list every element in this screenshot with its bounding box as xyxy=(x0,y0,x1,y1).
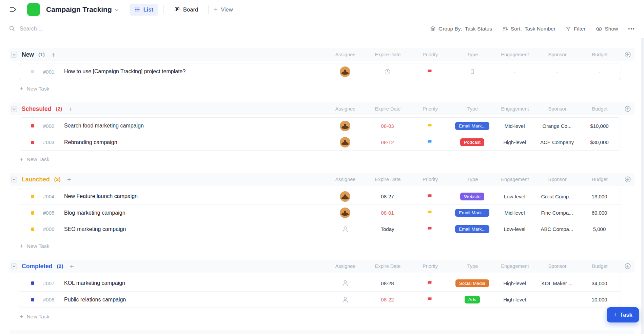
add-column-icon[interactable] xyxy=(624,105,631,112)
tab-list[interactable]: List xyxy=(130,4,158,16)
column-header-expire-date[interactable]: Expire Date xyxy=(367,177,409,182)
engagement-cell[interactable]: High-level xyxy=(493,139,536,145)
expire-date-cell[interactable]: 08-12 xyxy=(366,139,409,145)
column-header-assignee[interactable]: Assignee xyxy=(324,52,367,57)
add-task-to-group-button[interactable]: + xyxy=(70,263,74,270)
task-row[interactable]: #003 Rebranding campaign 08-12 Podcast H… xyxy=(19,134,621,150)
engagement-cell[interactable]: Low-level xyxy=(493,194,536,199)
expire-date-cell[interactable]: 08-22 xyxy=(366,297,409,302)
budget-cell[interactable]: - xyxy=(578,69,621,75)
priority-cell[interactable] xyxy=(409,226,451,232)
type-cell[interactable]: Social Media xyxy=(451,279,493,287)
list-color-badge[interactable] xyxy=(27,3,40,16)
column-header-expire-date[interactable]: Expire Date xyxy=(367,106,409,112)
assignee-cell[interactable] xyxy=(324,66,366,77)
column-header-type[interactable]: Type xyxy=(451,177,494,182)
budget-cell[interactable]: 60,000 xyxy=(578,210,621,216)
add-task-to-group-button[interactable]: + xyxy=(51,51,55,58)
assignee-cell[interactable] xyxy=(324,191,366,202)
column-header-sponsor[interactable]: Sponsor xyxy=(536,263,579,269)
column-header-budget[interactable]: Budget xyxy=(579,52,621,57)
assignee-cell[interactable] xyxy=(324,225,366,233)
column-header-expire-date[interactable]: Expire Date xyxy=(367,263,409,269)
priority-cell[interactable] xyxy=(409,69,451,75)
new-task-button[interactable]: + New Task xyxy=(20,240,49,252)
column-header-assignee[interactable]: Assignee xyxy=(324,263,367,269)
engagement-cell[interactable]: Low-level xyxy=(493,226,536,232)
collapse-group-icon[interactable] xyxy=(11,52,17,58)
add-column-icon[interactable] xyxy=(624,263,631,270)
task-name[interactable]: Rebranding campaign xyxy=(64,139,117,145)
column-header-sponsor[interactable]: Sponsor xyxy=(536,52,579,57)
priority-cell[interactable] xyxy=(409,194,451,199)
task-row[interactable]: #006 SEO marketing campaign Today Email … xyxy=(19,221,621,237)
column-header-priority[interactable]: Priority xyxy=(409,106,451,112)
priority-cell[interactable] xyxy=(409,210,451,216)
column-header-budget[interactable]: Budget xyxy=(579,263,621,269)
collapse-group-icon[interactable] xyxy=(11,263,17,270)
new-task-button[interactable]: + New Task xyxy=(20,153,49,165)
task-status-square[interactable] xyxy=(31,281,34,285)
add-column-icon[interactable] xyxy=(624,51,631,58)
type-cell[interactable]: Email Mark... xyxy=(451,209,493,217)
collapse-group-icon[interactable] xyxy=(11,106,17,112)
budget-cell[interactable]: 34,000 xyxy=(578,280,621,286)
budget-cell[interactable]: 10,000 xyxy=(578,297,621,302)
add-column-icon[interactable] xyxy=(624,176,631,183)
sponsor-cell[interactable]: - xyxy=(536,69,578,75)
sponsor-cell[interactable]: KOL Maker ... xyxy=(536,280,578,286)
priority-cell[interactable] xyxy=(409,123,451,129)
task-row[interactable]: #004 New Feature launch campaign 08-27 W… xyxy=(19,188,621,204)
task-row[interactable]: #005 Blog marketing campaign 08-01 Email… xyxy=(19,204,621,221)
search-input[interactable] xyxy=(19,25,161,32)
task-status-square[interactable] xyxy=(31,298,34,301)
add-task-to-group-button[interactable]: + xyxy=(67,176,71,183)
budget-cell[interactable]: $30,000 xyxy=(578,139,621,145)
task-status-square[interactable] xyxy=(31,141,34,144)
task-name[interactable]: Public relations campaign xyxy=(64,297,126,303)
assignee-cell[interactable] xyxy=(324,208,366,218)
task-name[interactable]: Blog marketing campaign xyxy=(64,210,125,216)
filter-control[interactable]: Filter xyxy=(566,26,585,32)
task-row[interactable]: #001 How to use [Campaign Tracking] proj… xyxy=(19,63,621,80)
task-name[interactable]: KOL marketing campaign xyxy=(64,280,125,286)
budget-cell[interactable]: $10,000 xyxy=(578,123,621,129)
column-header-expire-date[interactable]: Expire Date xyxy=(367,52,409,57)
expire-date-cell[interactable]: 08-03 xyxy=(366,123,409,129)
column-header-priority[interactable]: Priority xyxy=(409,177,451,182)
sponsor-cell[interactable]: ABC Compa... xyxy=(536,226,578,232)
engagement-cell[interactable]: Mid-level xyxy=(493,210,536,216)
assignee-cell[interactable] xyxy=(324,137,366,148)
column-header-budget[interactable]: Budget xyxy=(579,177,621,182)
column-header-type[interactable]: Type xyxy=(451,106,494,112)
engagement-cell[interactable]: High-level xyxy=(493,280,536,286)
task-status-square[interactable] xyxy=(31,228,34,231)
column-header-sponsor[interactable]: Sponsor xyxy=(536,106,579,112)
new-task-button[interactable]: + New Task xyxy=(20,311,49,323)
column-header-sponsor[interactable]: Sponsor xyxy=(536,177,579,182)
type-cell[interactable]: Website xyxy=(451,193,493,200)
column-header-priority[interactable]: Priority xyxy=(409,263,451,269)
sponsor-cell[interactable]: ACE Company xyxy=(536,139,578,145)
column-header-budget[interactable]: Budget xyxy=(579,106,621,112)
task-row[interactable]: #002 Search food marketing campaign 08-0… xyxy=(19,118,621,134)
sponsor-cell[interactable]: - xyxy=(536,297,578,302)
sponsor-cell[interactable]: Fine Compa... xyxy=(536,210,578,216)
group-by-control[interactable]: Group By: Task Status xyxy=(430,26,492,32)
type-cell[interactable]: Podcast xyxy=(451,138,493,146)
expire-date-cell[interactable] xyxy=(366,68,409,75)
assignee-cell[interactable] xyxy=(324,279,366,287)
add-view-button[interactable]: + View xyxy=(214,6,233,13)
budget-cell[interactable]: 5,000 xyxy=(578,226,621,232)
engagement-cell[interactable]: - xyxy=(493,69,536,75)
column-header-priority[interactable]: Priority xyxy=(409,52,451,57)
task-name[interactable]: How to use [Campaign Tracking] project t… xyxy=(64,68,186,75)
priority-cell[interactable] xyxy=(409,139,451,145)
search-box[interactable] xyxy=(9,25,430,32)
task-status-square[interactable] xyxy=(31,211,34,215)
expire-date-cell[interactable]: 08-28 xyxy=(366,280,409,286)
task-name[interactable]: Search food marketing campaign xyxy=(64,123,144,129)
column-header-assignee[interactable]: Assignee xyxy=(324,177,367,182)
add-task-button[interactable]: + Task xyxy=(607,307,639,322)
sidebar-toggle-icon[interactable] xyxy=(9,5,18,14)
